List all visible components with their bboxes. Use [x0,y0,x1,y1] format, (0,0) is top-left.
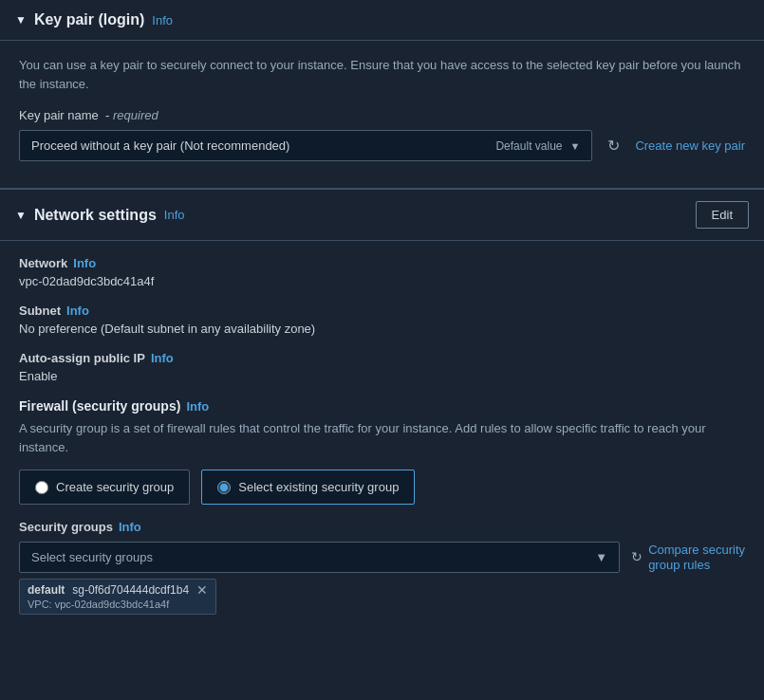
subnet-field-row: Subnet Info No preference (Default subne… [19,304,745,336]
sg-tag-vpc: VPC: vpc-02dad9dc3bdc41a4f [28,599,208,610]
keypair-title: Key pair (login) [34,11,144,28]
keypair-info-link[interactable]: Info [152,13,173,28]
network-edit-button[interactable]: Edit [696,201,749,229]
firewall-label: Firewall (security groups) Info [19,398,745,414]
keypair-form-group: Key pair name - required Proceed without… [19,108,745,161]
create-sg-label: Create security group [56,480,174,494]
select-sg-label: Select existing security group [238,480,399,494]
sg-placeholder: Select security groups [31,550,153,564]
firewall-radio-group: Create security group Select existing se… [19,470,745,505]
network-field-row: Network Info vpc-02dad9dc3bdc41a4f [19,256,745,288]
network-field-label: Network Info [19,256,745,270]
network-field-value: vpc-02dad9dc3bdc41a4f [19,274,745,288]
keypair-select-wrapper: Proceed without a key pair (Not recommen… [19,130,592,161]
network-collapse-icon[interactable]: ▼ [15,209,27,222]
public-ip-info-link[interactable]: Info [151,351,174,365]
subnet-field-info-link[interactable]: Info [66,304,89,318]
select-sg-option[interactable]: Select existing security group [201,470,415,505]
keypair-description: You can use a key pair to securely conne… [19,56,745,93]
keypair-form-label: Key pair name - required [19,108,745,122]
create-sg-radio[interactable] [35,481,48,494]
compare-row: ↻ Compare security group rules [631,542,745,572]
keypair-refresh-button[interactable]: ↻ [604,133,624,158]
public-ip-field-label: Auto-assign public IP Info [19,351,745,365]
keypair-header: ▼ Key pair (login) Info [0,0,764,41]
keypair-collapse-icon[interactable]: ▼ [15,13,27,27]
compare-link-wrapper: ↻ Compare security group rules [631,542,745,572]
network-title: Network settings [34,207,157,224]
sg-tag-name: default [28,583,65,597]
keypair-selected-value: Proceed without a key pair (Not recommen… [31,138,289,153]
sg-tag-close-button[interactable]: ✕ [196,583,208,597]
firewall-field-row: Firewall (security groups) Info A securi… [19,398,745,615]
select-sg-radio[interactable] [217,481,231,494]
sg-label-row: Security groups Info [19,520,745,534]
keypair-body: You can use a key pair to securely conne… [0,41,764,188]
sg-tag-id: sg-0f6d704444dcdf1b4 [72,583,189,597]
create-sg-option[interactable]: Create security group [19,470,190,505]
sg-tag: default sg-0f6d704444dcdf1b4 ✕ VPC: vpc-… [19,579,216,615]
create-new-keypair-link[interactable]: Create new key pair [635,138,745,153]
network-body: Network Info vpc-02dad9dc3bdc41a4f Subne… [0,241,764,645]
network-field-info-link[interactable]: Info [73,256,96,270]
compare-refresh-icon: ↻ [631,549,643,564]
sg-dropdown-chevron-icon: ▼ [595,550,607,564]
security-groups-section: Security groups Info Select security gro… [19,520,745,615]
subnet-field-value: No preference (Default subnet in any ava… [19,322,745,336]
network-section: ▼ Network settings Info Edit Network Inf… [0,190,764,645]
sg-dropdown[interactable]: Select security groups ▼ [19,542,620,573]
network-info-link[interactable]: Info [164,208,185,222]
keypair-default-badge: Default value [495,139,562,153]
firewall-info-link[interactable]: Info [186,399,209,414]
public-ip-field-value: Enable [19,369,745,383]
keypair-chevron-icon: ▼ [569,140,580,152]
keypair-section: ▼ Key pair (login) Info You can use a ke… [0,0,764,189]
sg-info-link[interactable]: Info [119,520,141,534]
network-header-left: ▼ Network settings Info [15,207,185,224]
network-header: ▼ Network settings Info Edit [0,190,764,241]
sg-select-wrapper: Select security groups ▼ default sg-0f6d… [19,542,620,615]
keypair-select[interactable]: Proceed without a key pair (Not recommen… [19,130,592,161]
sg-select-row: Select security groups ▼ default sg-0f6d… [19,542,745,615]
compare-link-group: Compare security group rules [648,542,745,572]
public-ip-field-row: Auto-assign public IP Info Enable [19,351,745,383]
subnet-field-label: Subnet Info [19,304,745,318]
keypair-select-row: Proceed without a key pair (Not recommen… [19,130,745,161]
sg-tag-header: default sg-0f6d704444dcdf1b4 ✕ [28,583,208,597]
firewall-description: A security group is a set of firewall ru… [19,419,745,456]
compare-security-link[interactable]: Compare security group rules [648,543,745,572]
